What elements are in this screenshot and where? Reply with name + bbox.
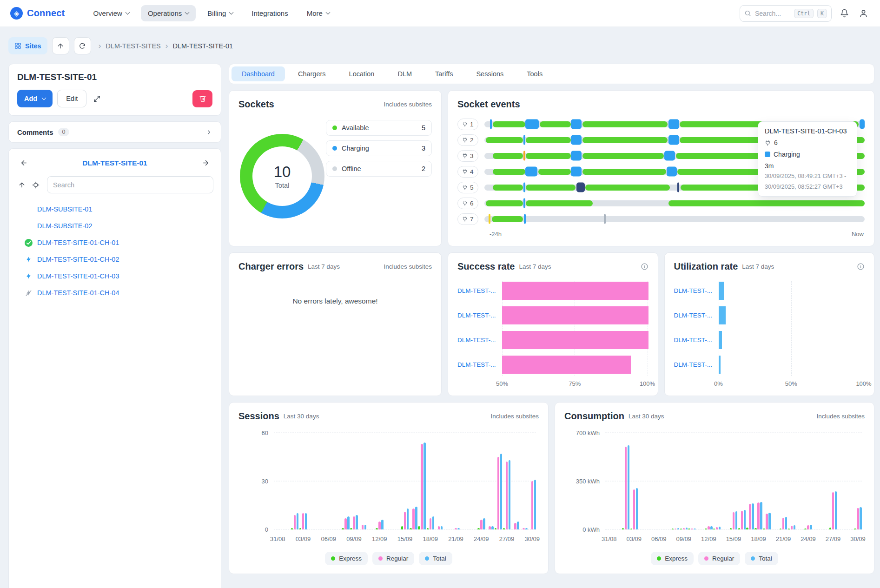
expand-button[interactable] (91, 93, 103, 105)
info-icon[interactable] (641, 263, 648, 271)
hbar-label[interactable]: DLM-TEST-... (674, 287, 719, 294)
tab-chargers[interactable]: Chargers (288, 66, 336, 81)
tree-item[interactable]: DLM-TEST-SITE-01-CH-03 (15, 268, 214, 284)
socket-label[interactable]: 7 (457, 213, 478, 225)
axis-tick-label: 75% (569, 380, 581, 387)
tab-tariffs[interactable]: Tariffs (425, 66, 463, 81)
bar-total (752, 503, 754, 529)
hbar-label[interactable]: DLM-TEST-... (457, 337, 502, 344)
legend-dot (331, 556, 335, 561)
tree-item[interactable]: DLM-TEST-SITE-01-CH-02 (15, 251, 214, 268)
hbar-label[interactable]: DLM-TEST-... (457, 312, 502, 319)
socket-timeline[interactable] (484, 200, 865, 206)
success_rate-plot: DLM-TEST-...DLM-TEST-...DLM-TEST-...DLM-… (457, 278, 648, 387)
legend-label: Offline (342, 165, 361, 172)
timeline-segment (667, 167, 676, 177)
hbar-row: DLM-TEST-... (674, 278, 865, 303)
hbar-label[interactable]: DLM-TEST-... (674, 337, 719, 344)
tree-forward-button[interactable] (200, 157, 212, 169)
refresh-button[interactable] (74, 37, 91, 54)
info-icon[interactable] (857, 263, 865, 271)
connect-logo-icon: ◈ (10, 7, 23, 20)
bar-regular (421, 444, 423, 529)
socket-label[interactable]: 1 (457, 119, 478, 130)
tab-dlm[interactable]: DLM (387, 66, 422, 81)
tab-dashboard[interactable]: Dashboard (232, 66, 285, 81)
nav-item-overview[interactable]: Overview (86, 5, 136, 21)
bar-total (491, 526, 494, 529)
tree-up-level-button[interactable] (16, 179, 27, 191)
comments-panel[interactable]: Comments 0 (8, 121, 221, 143)
nav-item-billing[interactable]: Billing (200, 5, 240, 21)
edit-button[interactable]: Edit (57, 90, 86, 107)
tree-locate-button[interactable] (30, 179, 41, 191)
legend-label: Total (759, 555, 772, 562)
bar-total (432, 516, 435, 529)
global-search[interactable]: Ctrl K (740, 5, 832, 22)
hbar-label[interactable]: DLM-TEST-... (674, 361, 719, 368)
hbar-label[interactable]: DLM-TEST-... (457, 287, 502, 294)
socket-label[interactable]: 2 (457, 134, 478, 146)
bar-group: 03/09 (299, 433, 307, 529)
tab-sessions[interactable]: Sessions (466, 66, 514, 81)
legend-chip[interactable]: Total (745, 552, 778, 565)
timeline-segment (571, 151, 582, 161)
bar-group (410, 433, 417, 529)
sessions-period: Last 30 days (284, 413, 319, 420)
navigate-up-button[interactable] (52, 37, 69, 54)
socket-label[interactable]: 6 (457, 198, 478, 209)
nav-item-integrations[interactable]: Integrations (245, 5, 295, 21)
dashboard-row-2: Charger errors Last 7 days Includes subs… (229, 252, 874, 396)
brand-logo[interactable]: ◈ Connect (10, 7, 65, 20)
axis-left-label: -24h (490, 231, 502, 238)
tab-tools[interactable]: Tools (516, 66, 553, 81)
socket-events-axis: -24h Now (490, 231, 864, 238)
tree-title[interactable]: DLM-TEST-SITE-01 (30, 159, 200, 167)
socket-label[interactable]: 4 (457, 166, 478, 178)
bar-total (356, 515, 358, 529)
axis-tick-label: 18/09 (423, 535, 438, 542)
breadcrumb-item[interactable]: DLM-TEST-SITES (106, 42, 160, 50)
tab-location[interactable]: Location (339, 66, 385, 81)
bar-regular (353, 516, 355, 529)
socket-label[interactable]: 3 (457, 150, 478, 162)
legend-chip[interactable]: Regular (372, 552, 414, 565)
axis-tick-label: 27/09 (826, 535, 841, 542)
site-panel: DLM-TEST-SITE-01 Add Edit (8, 64, 221, 116)
legend-chip[interactable]: Express (325, 552, 368, 565)
hbar-label[interactable]: DLM-TEST-... (457, 361, 502, 368)
tree-item[interactable]: DLM-SUBSITE-01 (15, 201, 214, 218)
breadcrumb-item[interactable]: DLM-TEST-SITE-01 (172, 42, 233, 50)
socket-timeline[interactable] (484, 216, 865, 222)
search-input[interactable] (755, 10, 790, 17)
sites-button[interactable]: Sites (8, 37, 47, 54)
hbar (719, 282, 725, 300)
bar-group (721, 433, 729, 529)
bar-group: 30/09 (854, 433, 862, 529)
hbar-label[interactable]: DLM-TEST-... (674, 312, 719, 319)
tree-item-label: DLM-TEST-SITE-01-CH-04 (37, 289, 119, 297)
sockets-legend-item: Charging3 (326, 140, 432, 156)
legend-chip[interactable]: Total (419, 552, 452, 565)
add-button[interactable]: Add (17, 90, 53, 107)
tree-item[interactable]: DLM-TEST-SITE-01-CH-01 (15, 234, 214, 251)
user-menu-button[interactable] (857, 7, 870, 20)
bar-group (461, 433, 469, 529)
hbar-row: DLM-TEST-... (457, 328, 648, 352)
bar-regular (749, 504, 751, 529)
timeline-segment (582, 169, 666, 175)
legend-chip[interactable]: Regular (698, 552, 740, 565)
dashboard-row-3: Sessions Last 30 days Includes subsites … (229, 402, 874, 574)
notifications-button[interactable] (838, 7, 851, 20)
socket-label[interactable]: 5 (457, 182, 478, 193)
bar-express (746, 528, 748, 529)
tree-back-button[interactable] (18, 157, 30, 169)
tree-item[interactable]: DLM-TEST-SITE-01-CH-04 (15, 284, 214, 301)
tree-toolbar (15, 176, 214, 193)
tree-item[interactable]: DLM-SUBSITE-02 (15, 218, 214, 234)
nav-item-operations[interactable]: Operations (141, 5, 196, 21)
tree-search-input[interactable] (47, 176, 213, 193)
legend-chip[interactable]: Express (651, 552, 694, 565)
delete-button[interactable] (192, 90, 212, 107)
nav-item-more[interactable]: More (300, 5, 337, 21)
